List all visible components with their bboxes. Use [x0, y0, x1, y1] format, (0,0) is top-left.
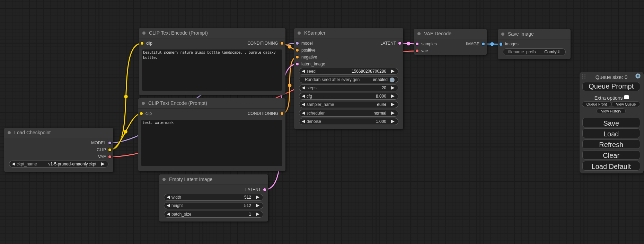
- widget-seed[interactable]: seed156680208700286: [299, 68, 398, 75]
- widget-increment-arrow-icon[interactable]: [391, 94, 395, 98]
- load-default-button[interactable]: Load Default: [582, 161, 640, 171]
- widget-value: ComfyUI: [544, 49, 561, 55]
- node-save-image[interactable]: Save Imageimagesfilename_prefixComfyUI: [498, 29, 571, 59]
- input-slot-dot-samples[interactable]: [416, 43, 418, 45]
- input-slot-dot-clip[interactable]: [140, 112, 143, 115]
- widget-increment-arrow-icon[interactable]: [101, 162, 105, 166]
- node-ksampler[interactable]: KSamplermodelpositivenegativelatent_imag…: [294, 28, 403, 129]
- widget-increment-arrow-icon[interactable]: [256, 196, 259, 199]
- widget-steps[interactable]: steps20: [299, 84, 398, 91]
- output-slot-label: IMAGE: [466, 42, 479, 46]
- prompt-textarea[interactable]: text, watermark: [141, 120, 282, 166]
- widget-value: 1: [249, 211, 251, 217]
- widget-decrement-arrow-icon[interactable]: [302, 86, 305, 90]
- input-slot-dot-clip[interactable]: [141, 42, 143, 45]
- widget-label: sampler_name: [307, 101, 334, 108]
- output-slot-dot-CLIP[interactable]: [108, 148, 111, 151]
- widget-decrement-arrow-icon[interactable]: [302, 70, 305, 73]
- input-slot-dot-negative[interactable]: [296, 56, 299, 58]
- widget-toggle-on-icon[interactable]: [390, 78, 395, 83]
- widget-decrement-arrow-icon[interactable]: [167, 204, 170, 207]
- save-button[interactable]: Save: [582, 118, 640, 127]
- widget-label: filename_prefix: [508, 49, 536, 55]
- widget-increment-arrow-icon[interactable]: [391, 70, 395, 73]
- output-slot-dot-LATENT[interactable]: [398, 42, 401, 45]
- node-title-bar[interactable]: Empty Latent Image: [159, 174, 268, 185]
- output-slot-dot-VAE[interactable]: [108, 155, 111, 158]
- node-title: CLIP Text Encode (Prompt): [149, 28, 208, 38]
- node-empty-latent-image[interactable]: Empty Latent ImageLATENTwidth512height51…: [159, 174, 268, 222]
- widget-value: normal: [373, 110, 386, 116]
- input-slot-label: positive: [301, 48, 316, 53]
- widget-increment-arrow-icon[interactable]: [391, 103, 395, 106]
- widget-ckpt_name[interactable]: ckpt_namev1-5-pruned-emaonly.ckpt: [9, 161, 108, 168]
- widget-denoise[interactable]: denoise1.000: [299, 118, 398, 125]
- clear-button[interactable]: Clear: [582, 150, 640, 160]
- widget-increment-arrow-icon[interactable]: [256, 213, 259, 216]
- node-status-dot-icon: [142, 31, 145, 35]
- extra-options-checkbox[interactable]: [624, 95, 629, 100]
- prompt-textarea[interactable]: beautiful scenery nature glass bottle la…: [142, 49, 282, 91]
- widget-batch_size[interactable]: batch_size1: [164, 211, 263, 218]
- widget-decrement-arrow-icon[interactable]: [302, 103, 305, 106]
- output-slot-dot-LATENT[interactable]: [263, 188, 266, 191]
- view-history-button[interactable]: View History: [597, 108, 626, 114]
- node-clip-text-encode-negative[interactable]: CLIP Text Encode (Prompt)clipCONDITIONIN…: [138, 98, 285, 171]
- input-slot-label: samples: [421, 42, 437, 46]
- widget-decrement-arrow-icon[interactable]: [302, 94, 305, 98]
- load-button[interactable]: Load: [582, 128, 640, 138]
- input-slot-label: clip: [145, 111, 152, 116]
- node-status-dot-icon: [8, 131, 11, 134]
- widget-increment-arrow-icon[interactable]: [391, 111, 395, 115]
- node-title-bar[interactable]: VAE Decode: [414, 29, 487, 39]
- widget-increment-arrow-icon[interactable]: [256, 204, 259, 207]
- widget-decrement-arrow-icon[interactable]: [167, 196, 170, 199]
- input-slot-dot-images[interactable]: [500, 43, 502, 45]
- output-slot-dot-IMAGE[interactable]: [482, 43, 485, 45]
- output-slot-dot-CONDITIONING[interactable]: [281, 42, 283, 45]
- output-slot-label: CLIP: [97, 148, 106, 152]
- node-title-bar[interactable]: KSampler: [294, 28, 403, 38]
- input-slot-dot-positive[interactable]: [296, 49, 299, 52]
- input-slot-label: clip: [146, 41, 152, 46]
- input-slot-dot-vae[interactable]: [416, 49, 418, 52]
- queue-front-button[interactable]: Queue Front: [582, 101, 611, 107]
- widget-value: 512: [244, 202, 251, 209]
- node-vae-decode[interactable]: VAE DecodesamplesvaeIMAGE: [414, 29, 487, 55]
- input-slot-dot-model[interactable]: [296, 42, 299, 45]
- node-load-checkpoint[interactable]: Load CheckpointMODELCLIPVAEckpt_namev1-5…: [4, 128, 113, 172]
- widget-width[interactable]: width512: [164, 194, 263, 201]
- node-title-bar[interactable]: Load Checkpoint: [4, 128, 113, 138]
- widget-value: 8.000: [376, 93, 386, 99]
- widget-sampler_name[interactable]: sampler_nameeuler: [299, 101, 398, 108]
- node-title-bar[interactable]: CLIP Text Encode (Prompt): [138, 98, 285, 109]
- node-status-dot-icon: [501, 33, 504, 36]
- output-slot-dot-MODEL[interactable]: [108, 142, 111, 144]
- node-clip-text-encode-positive[interactable]: CLIP Text Encode (Prompt)clipCONDITIONIN…: [139, 28, 285, 95]
- widget-decrement-arrow-icon[interactable]: [167, 213, 170, 216]
- widget-cfg[interactable]: cfg8.000: [299, 93, 398, 100]
- widget-decrement-arrow-icon[interactable]: [302, 120, 305, 123]
- node-title-bar[interactable]: Save Image: [498, 29, 571, 39]
- widget-random-seed-after-every-gen[interactable]: Random seed after every genenabled: [299, 76, 398, 83]
- settings-gear-icon[interactable]: [635, 73, 641, 79]
- widget-value: 20: [382, 85, 386, 91]
- view-queue-button[interactable]: View Queue: [611, 101, 640, 107]
- node-graph-canvas[interactable]: Load CheckpointMODELCLIPVAEckpt_namev1-5…: [0, 0, 644, 244]
- widget-decrement-arrow-icon[interactable]: [12, 162, 15, 166]
- widget-filename_prefix[interactable]: filename_prefixComfyUI: [503, 48, 566, 55]
- queue-prompt-button[interactable]: Queue Prompt: [582, 82, 640, 91]
- widget-label: ckpt_name: [17, 161, 37, 167]
- input-slot-dot-latent_image[interactable]: [296, 63, 299, 65]
- output-slot-dot-CONDITIONING[interactable]: [281, 112, 283, 115]
- widget-label: denoise: [307, 118, 321, 125]
- widget-decrement-arrow-icon[interactable]: [302, 111, 305, 115]
- widget-increment-arrow-icon[interactable]: [391, 86, 395, 90]
- refresh-button[interactable]: Refresh: [582, 139, 640, 149]
- node-title-bar[interactable]: CLIP Text Encode (Prompt): [139, 28, 285, 38]
- input-slot-label: model: [301, 41, 313, 46]
- widget-height[interactable]: height512: [164, 202, 263, 209]
- link-center-dot: [124, 130, 127, 133]
- widget-scheduler[interactable]: schedulernormal: [299, 110, 398, 117]
- widget-increment-arrow-icon[interactable]: [391, 120, 395, 123]
